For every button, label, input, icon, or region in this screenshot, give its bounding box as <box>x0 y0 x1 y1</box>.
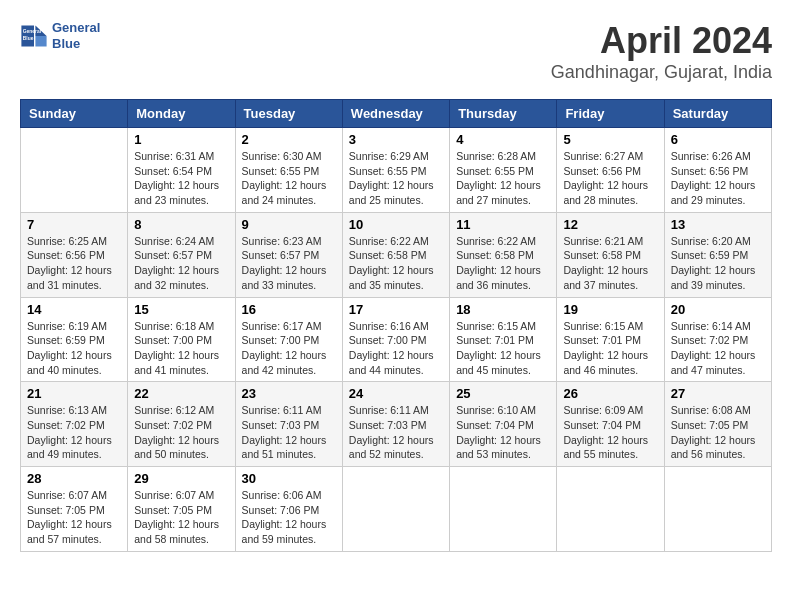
day-number: 2 <box>242 132 336 147</box>
day-number: 8 <box>134 217 228 232</box>
calendar-cell: 14Sunrise: 6:19 AM Sunset: 6:59 PM Dayli… <box>21 297 128 382</box>
calendar-cell: 29Sunrise: 6:07 AM Sunset: 7:05 PM Dayli… <box>128 467 235 552</box>
day-number: 18 <box>456 302 550 317</box>
calendar-cell: 18Sunrise: 6:15 AM Sunset: 7:01 PM Dayli… <box>450 297 557 382</box>
week-row-2: 7Sunrise: 6:25 AM Sunset: 6:56 PM Daylig… <box>21 212 772 297</box>
header-cell-sunday: Sunday <box>21 100 128 128</box>
day-info: Sunrise: 6:15 AM Sunset: 7:01 PM Dayligh… <box>563 319 657 378</box>
calendar-cell <box>342 467 449 552</box>
calendar-cell: 9Sunrise: 6:23 AM Sunset: 6:57 PM Daylig… <box>235 212 342 297</box>
day-info: Sunrise: 6:17 AM Sunset: 7:00 PM Dayligh… <box>242 319 336 378</box>
day-number: 16 <box>242 302 336 317</box>
header-cell-friday: Friday <box>557 100 664 128</box>
day-number: 6 <box>671 132 765 147</box>
day-number: 24 <box>349 386 443 401</box>
calendar-cell <box>21 128 128 213</box>
calendar-header: SundayMondayTuesdayWednesdayThursdayFrid… <box>21 100 772 128</box>
day-info: Sunrise: 6:26 AM Sunset: 6:56 PM Dayligh… <box>671 149 765 208</box>
day-number: 19 <box>563 302 657 317</box>
day-number: 9 <box>242 217 336 232</box>
calendar-cell: 23Sunrise: 6:11 AM Sunset: 7:03 PM Dayli… <box>235 382 342 467</box>
calendar-cell: 7Sunrise: 6:25 AM Sunset: 6:56 PM Daylig… <box>21 212 128 297</box>
main-title: April 2024 <box>551 20 772 62</box>
day-info: Sunrise: 6:27 AM Sunset: 6:56 PM Dayligh… <box>563 149 657 208</box>
day-number: 20 <box>671 302 765 317</box>
day-number: 12 <box>563 217 657 232</box>
calendar-cell: 10Sunrise: 6:22 AM Sunset: 6:58 PM Dayli… <box>342 212 449 297</box>
day-number: 25 <box>456 386 550 401</box>
day-info: Sunrise: 6:18 AM Sunset: 7:00 PM Dayligh… <box>134 319 228 378</box>
day-info: Sunrise: 6:19 AM Sunset: 6:59 PM Dayligh… <box>27 319 121 378</box>
week-row-3: 14Sunrise: 6:19 AM Sunset: 6:59 PM Dayli… <box>21 297 772 382</box>
day-info: Sunrise: 6:15 AM Sunset: 7:01 PM Dayligh… <box>456 319 550 378</box>
svg-marker-2 <box>35 36 46 47</box>
day-number: 28 <box>27 471 121 486</box>
day-info: Sunrise: 6:24 AM Sunset: 6:57 PM Dayligh… <box>134 234 228 293</box>
week-row-1: 1Sunrise: 6:31 AM Sunset: 6:54 PM Daylig… <box>21 128 772 213</box>
calendar-cell: 4Sunrise: 6:28 AM Sunset: 6:55 PM Daylig… <box>450 128 557 213</box>
calendar-cell <box>664 467 771 552</box>
calendar-cell: 26Sunrise: 6:09 AM Sunset: 7:04 PM Dayli… <box>557 382 664 467</box>
calendar-cell: 19Sunrise: 6:15 AM Sunset: 7:01 PM Dayli… <box>557 297 664 382</box>
calendar-table: SundayMondayTuesdayWednesdayThursdayFrid… <box>20 99 772 552</box>
header-cell-saturday: Saturday <box>664 100 771 128</box>
day-info: Sunrise: 6:11 AM Sunset: 7:03 PM Dayligh… <box>242 403 336 462</box>
day-number: 7 <box>27 217 121 232</box>
day-number: 22 <box>134 386 228 401</box>
day-info: Sunrise: 6:23 AM Sunset: 6:57 PM Dayligh… <box>242 234 336 293</box>
calendar-cell: 27Sunrise: 6:08 AM Sunset: 7:05 PM Dayli… <box>664 382 771 467</box>
day-info: Sunrise: 6:28 AM Sunset: 6:55 PM Dayligh… <box>456 149 550 208</box>
day-info: Sunrise: 6:20 AM Sunset: 6:59 PM Dayligh… <box>671 234 765 293</box>
day-info: Sunrise: 6:07 AM Sunset: 7:05 PM Dayligh… <box>134 488 228 547</box>
week-row-4: 21Sunrise: 6:13 AM Sunset: 7:02 PM Dayli… <box>21 382 772 467</box>
day-number: 23 <box>242 386 336 401</box>
day-number: 27 <box>671 386 765 401</box>
calendar-cell: 3Sunrise: 6:29 AM Sunset: 6:55 PM Daylig… <box>342 128 449 213</box>
day-number: 10 <box>349 217 443 232</box>
svg-text:Blue: Blue <box>23 36 34 41</box>
day-info: Sunrise: 6:13 AM Sunset: 7:02 PM Dayligh… <box>27 403 121 462</box>
day-info: Sunrise: 6:31 AM Sunset: 6:54 PM Dayligh… <box>134 149 228 208</box>
calendar-cell: 2Sunrise: 6:30 AM Sunset: 6:55 PM Daylig… <box>235 128 342 213</box>
day-number: 13 <box>671 217 765 232</box>
calendar-cell: 17Sunrise: 6:16 AM Sunset: 7:00 PM Dayli… <box>342 297 449 382</box>
day-info: Sunrise: 6:25 AM Sunset: 6:56 PM Dayligh… <box>27 234 121 293</box>
day-number: 17 <box>349 302 443 317</box>
day-number: 4 <box>456 132 550 147</box>
day-info: Sunrise: 6:29 AM Sunset: 6:55 PM Dayligh… <box>349 149 443 208</box>
calendar-cell: 30Sunrise: 6:06 AM Sunset: 7:06 PM Dayli… <box>235 467 342 552</box>
title-area: April 2024 Gandhinagar, Gujarat, India <box>551 20 772 83</box>
day-info: Sunrise: 6:10 AM Sunset: 7:04 PM Dayligh… <box>456 403 550 462</box>
calendar-cell: 12Sunrise: 6:21 AM Sunset: 6:58 PM Dayli… <box>557 212 664 297</box>
day-number: 11 <box>456 217 550 232</box>
day-number: 29 <box>134 471 228 486</box>
day-info: Sunrise: 6:21 AM Sunset: 6:58 PM Dayligh… <box>563 234 657 293</box>
day-info: Sunrise: 6:16 AM Sunset: 7:00 PM Dayligh… <box>349 319 443 378</box>
day-number: 1 <box>134 132 228 147</box>
day-number: 21 <box>27 386 121 401</box>
day-number: 14 <box>27 302 121 317</box>
day-info: Sunrise: 6:09 AM Sunset: 7:04 PM Dayligh… <box>563 403 657 462</box>
calendar-cell: 6Sunrise: 6:26 AM Sunset: 6:56 PM Daylig… <box>664 128 771 213</box>
logo-line1: General <box>52 20 100 36</box>
day-info: Sunrise: 6:22 AM Sunset: 6:58 PM Dayligh… <box>456 234 550 293</box>
calendar-cell: 1Sunrise: 6:31 AM Sunset: 6:54 PM Daylig… <box>128 128 235 213</box>
day-info: Sunrise: 6:30 AM Sunset: 6:55 PM Dayligh… <box>242 149 336 208</box>
day-info: Sunrise: 6:08 AM Sunset: 7:05 PM Dayligh… <box>671 403 765 462</box>
calendar-body: 1Sunrise: 6:31 AM Sunset: 6:54 PM Daylig… <box>21 128 772 552</box>
svg-text:General: General <box>23 29 42 34</box>
sub-title: Gandhinagar, Gujarat, India <box>551 62 772 83</box>
calendar-cell <box>557 467 664 552</box>
day-number: 5 <box>563 132 657 147</box>
calendar-cell: 25Sunrise: 6:10 AM Sunset: 7:04 PM Dayli… <box>450 382 557 467</box>
week-row-5: 28Sunrise: 6:07 AM Sunset: 7:05 PM Dayli… <box>21 467 772 552</box>
page-header: General Blue General Blue April 2024 Gan… <box>20 20 772 83</box>
calendar-cell: 21Sunrise: 6:13 AM Sunset: 7:02 PM Dayli… <box>21 382 128 467</box>
header-cell-tuesday: Tuesday <box>235 100 342 128</box>
header-cell-monday: Monday <box>128 100 235 128</box>
logo-icon: General Blue <box>20 22 48 50</box>
calendar-cell: 20Sunrise: 6:14 AM Sunset: 7:02 PM Dayli… <box>664 297 771 382</box>
calendar-cell: 24Sunrise: 6:11 AM Sunset: 7:03 PM Dayli… <box>342 382 449 467</box>
calendar-cell: 5Sunrise: 6:27 AM Sunset: 6:56 PM Daylig… <box>557 128 664 213</box>
day-number: 26 <box>563 386 657 401</box>
